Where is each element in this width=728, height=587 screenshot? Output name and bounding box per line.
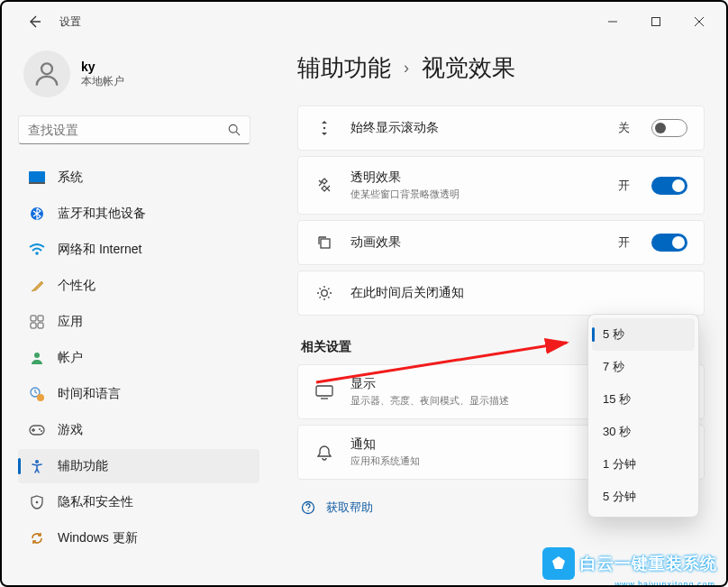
chevron-right-icon: › [404,59,409,78]
svg-rect-8 [38,316,43,321]
setting-transparency[interactable]: 透明效果 使某些窗口背景略微透明 开 [297,156,705,215]
nav-list: 系统 蓝牙和其他设备 网络和 Internet 个性化 应用 帐户 时间和语言 … [18,161,259,555]
nav-label: 系统 [58,170,83,186]
nav-network[interactable]: 网络和 Internet [18,233,259,267]
toggle-animation[interactable] [651,234,687,252]
update-icon [29,530,45,546]
back-button[interactable] [27,14,41,29]
apps-icon [29,314,45,330]
svg-point-6 [35,252,39,255]
transparency-icon [314,178,334,194]
toggle-transparency[interactable] [651,177,687,195]
close-button[interactable] [679,8,719,35]
account-type: 本地帐户 [81,74,124,89]
toggle-state: 开 [618,234,630,251]
nav-bluetooth[interactable]: 蓝牙和其他设备 [18,197,259,231]
nav-accounts[interactable]: 帐户 [18,341,259,375]
watermark: 白云一键重装系统 [542,547,717,580]
nav-system[interactable]: 系统 [18,161,259,195]
dropdown-option[interactable]: 5 分钟 [592,481,695,513]
nav-windows-update[interactable]: Windows 更新 [18,521,259,555]
brush-icon [29,278,45,294]
minimize-button[interactable] [593,8,632,35]
watermark-logo-icon [542,547,575,580]
titlebar: 设置 [2,2,726,41]
setting-subtitle: 使某些窗口背景略微透明 [350,188,602,201]
page-title: 视觉效果 [422,52,515,84]
nav-personalize[interactable]: 个性化 [18,269,259,303]
user-name: ky [81,60,124,74]
setting-title: 在此时间后关闭通知 [350,285,687,301]
wifi-icon [29,242,45,258]
dismiss-time-dropdown: 5 秒 7 秒 15 秒 30 秒 1 分钟 5 分钟 [587,314,699,518]
user-profile[interactable]: ky 本地帐户 [18,50,259,97]
system-icon [29,170,45,186]
watermark-text: 白云一键重装系统 [580,553,717,574]
nav-gaming[interactable]: 游戏 [18,413,259,447]
breadcrumb-parent[interactable]: 辅助功能 [297,52,391,84]
nav-label: 游戏 [58,422,83,438]
nav-apps[interactable]: 应用 [18,305,259,339]
svg-point-11 [34,353,40,358]
dropdown-option[interactable]: 15 秒 [592,383,695,416]
svg-point-21 [322,290,328,297]
gamepad-icon [29,422,45,438]
svg-point-13 [37,394,44,401]
nav-accessibility[interactable]: 辅助功能 [18,449,259,483]
help-label: 获取帮助 [326,500,373,516]
nav-label: 隐私和安全性 [58,494,133,510]
nav-time-lang[interactable]: 时间和语言 [18,377,259,411]
breadcrumb: 辅助功能 › 视觉效果 [297,52,705,84]
search-icon [228,124,241,136]
close-icon [695,17,704,26]
nav-label: 网络和 Internet [58,242,141,258]
account-icon [29,350,45,366]
minimize-icon [608,17,617,26]
settings-window: 设置 ky 本地帐户 系统 蓝牙和其他设备 网络和 Internet 个性化 [0,0,728,587]
watermark-url: www.baiyunxitong.com [614,580,715,587]
setting-scrollbar[interactable]: 始终显示滚动条 关 [297,105,705,151]
setting-title: 动画效果 [350,234,602,251]
setting-notify-dismiss[interactable]: 在此时间后关闭通知 [297,271,705,316]
nav-label: 时间和语言 [58,386,121,402]
arrow-left-icon [27,14,41,29]
nav-label: 帐户 [58,350,83,366]
brightness-icon [314,284,334,302]
maximize-button[interactable] [636,8,676,35]
svg-point-16 [41,430,42,432]
nav-label: 辅助功能 [58,458,108,474]
dropdown-option[interactable]: 1 分钟 [592,448,695,481]
svg-point-19 [323,127,325,129]
setting-title: 始终显示滚动条 [350,120,602,136]
search-input[interactable] [18,115,250,144]
nav-privacy[interactable]: 隐私和安全性 [18,485,259,519]
svg-point-15 [39,428,41,430]
monitor-icon [314,385,334,399]
toggle-state: 开 [618,178,630,194]
svg-rect-7 [31,316,36,321]
svg-point-1 [41,63,52,74]
nav-label: 个性化 [58,278,96,294]
svg-point-18 [36,501,39,504]
toggle-scrollbar[interactable] [651,119,687,137]
nav-label: 应用 [58,314,83,330]
dropdown-option[interactable]: 5 秒 [592,318,695,351]
search-field[interactable] [28,123,228,137]
shield-icon [29,494,45,510]
bell-icon [314,445,334,461]
person-icon [32,59,62,89]
accessibility-icon [29,458,45,474]
bluetooth-icon [29,206,45,222]
dropdown-option[interactable]: 7 秒 [592,351,695,383]
maximize-icon [651,17,660,26]
clock-globe-icon [29,386,45,402]
svg-point-17 [35,460,39,463]
svg-rect-10 [38,323,43,328]
nav-label: 蓝牙和其他设备 [58,206,146,222]
dropdown-option[interactable]: 30 秒 [592,416,695,448]
svg-rect-9 [31,323,36,328]
svg-rect-0 [652,18,660,26]
svg-rect-20 [321,239,330,248]
setting-animation[interactable]: 动画效果 开 [297,220,705,265]
svg-rect-3 [29,171,45,182]
